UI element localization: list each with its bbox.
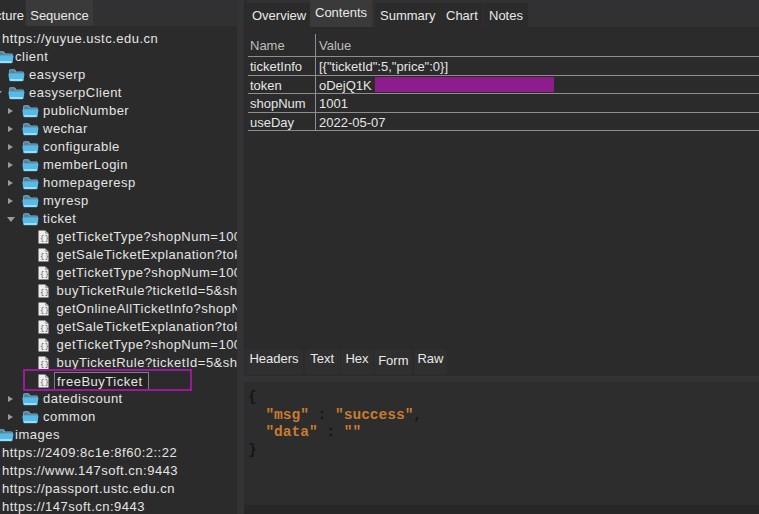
svg-text:{}: {} bbox=[40, 342, 49, 350]
svg-text:{}: {} bbox=[40, 270, 49, 278]
svg-text:{}: {} bbox=[40, 234, 49, 242]
svg-text:{}: {} bbox=[40, 288, 49, 296]
svg-text:{}: {} bbox=[40, 324, 49, 332]
svg-text:{}: {} bbox=[40, 306, 49, 314]
svg-text:{}: {} bbox=[40, 360, 49, 368]
svg-text:{}: {} bbox=[40, 252, 49, 260]
